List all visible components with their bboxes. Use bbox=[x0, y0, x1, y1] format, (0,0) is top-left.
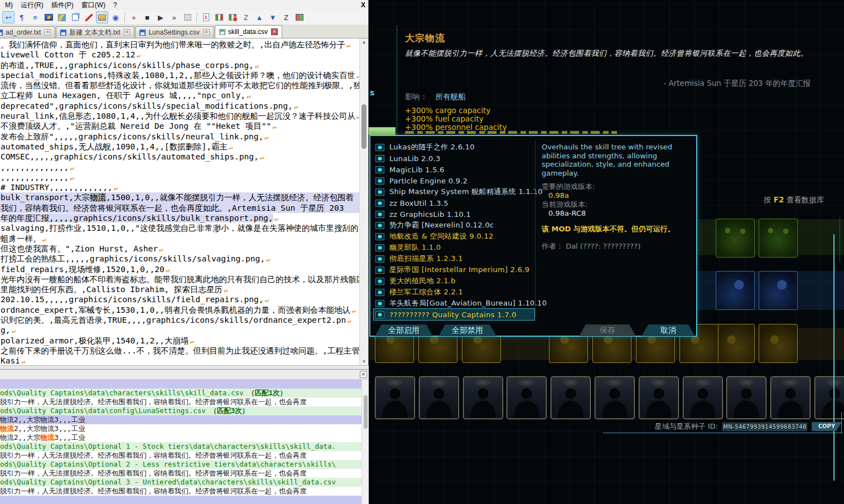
officer-portrait[interactable] bbox=[770, 376, 811, 419]
mod-checkbox-icon[interactable] bbox=[375, 200, 384, 207]
edit-marker-icon[interactable] bbox=[83, 11, 95, 23]
indent-guide-icon[interactable]: ≡ bbox=[29, 11, 41, 23]
scroll-up-icon[interactable]: ▲ bbox=[360, 40, 368, 45]
tab-skill_data.csv[interactable]: skill_data.csv× bbox=[215, 25, 282, 38]
nav-next-icon[interactable]: ▼ bbox=[267, 11, 279, 23]
officer-portrait[interactable] bbox=[507, 376, 547, 419]
find-result-match[interactable]: 脱引力一样，人无法摆脱经济。经济包围着我们，容纳着我们。经济曾将银河联系在一起，… bbox=[0, 451, 369, 460]
macro-play-icon[interactable]: ▶ bbox=[155, 11, 167, 23]
skill-icon-blue[interactable] bbox=[716, 271, 755, 310]
mod-list-item[interactable]: 更大的殖民地 2.1.b bbox=[374, 275, 534, 287]
mod-checkbox-icon[interactable] bbox=[375, 166, 384, 173]
menu-item-2[interactable]: 插件(P) bbox=[47, 0, 78, 11]
tab-close-icon[interactable]: × bbox=[271, 28, 278, 35]
mod-list-item[interactable]: LunaLib 2.0.3 bbox=[374, 153, 534, 164]
editor-vertical-scrollbar[interactable]: ▲ ▼ bbox=[359, 38, 368, 365]
compare-panels-icon[interactable] bbox=[293, 11, 306, 23]
results-scrollbar[interactable] bbox=[361, 380, 369, 504]
shortcut-mapper-icon[interactable] bbox=[42, 11, 55, 23]
skill-icon-green[interactable] bbox=[716, 219, 755, 258]
tab-LunaSettings.csv[interactable]: LunaSettings.csv× bbox=[135, 26, 214, 38]
mod-list-item[interactable]: zz BoxUtil 1.3.5 bbox=[374, 197, 534, 209]
scrollbar-thumb[interactable] bbox=[361, 104, 366, 149]
mod-list-item[interactable]: MagicLib 1.5.6 bbox=[374, 164, 534, 175]
tab-close-icon[interactable]: × bbox=[44, 29, 51, 36]
mod-checkbox-icon[interactable] bbox=[375, 255, 384, 263]
mod-checkbox-icon[interactable] bbox=[375, 144, 384, 151]
mod-list-item[interactable]: 楼兰军工综合体 2.2.1 bbox=[374, 287, 534, 298]
nav-first-icon[interactable]: Z bbox=[240, 11, 252, 23]
mod-checkbox-icon[interactable] bbox=[375, 222, 384, 229]
cancel-button[interactable]: 取消 bbox=[642, 324, 695, 336]
editor-text-area[interactable]: 。我们满怀信仰，直面他们，直到末日审判为他们带来唯一的救赎之时。,出自卢德左径恐… bbox=[0, 38, 368, 365]
find-result-match[interactable]: 物流2,,大宗物流3,,,工业 bbox=[0, 415, 369, 424]
mod-checkbox-icon[interactable] bbox=[375, 311, 384, 318]
clone-document-icon[interactable] bbox=[69, 11, 81, 23]
find-result-summary[interactable] bbox=[0, 380, 369, 389]
officer-portrait[interactable] bbox=[375, 376, 415, 419]
document-map-icon[interactable] bbox=[56, 11, 68, 23]
macro-run-multiple-icon[interactable]: » bbox=[168, 11, 180, 23]
find-result-match[interactable]: 物流2,,大宗物流3,,,工业 bbox=[0, 424, 369, 433]
find-result-match[interactable]: 脱引力一样，人无法摆脱经济。经济包围着我们，容纳着我们。经济曾将银河联系在一起，… bbox=[0, 487, 369, 496]
menu-item-4[interactable]: ? bbox=[109, 1, 121, 9]
mod-checkbox-icon[interactable] bbox=[375, 244, 384, 251]
officer-portrait[interactable] bbox=[595, 376, 635, 419]
show-all-characters-icon[interactable]: ¶ bbox=[16, 11, 28, 23]
skill-scrollbar[interactable] bbox=[833, 234, 835, 481]
mod-list-item[interactable]: 幽灵部队 1.1.0 bbox=[374, 242, 534, 253]
mod-list-item[interactable]: Lukas的随手之作 2.6.10 bbox=[374, 142, 534, 153]
mod-list-item[interactable]: 羊头航务局[Goat_Aviation_Bureau] 1.10.10 bbox=[374, 298, 534, 309]
skill-icon-yellow[interactable] bbox=[759, 324, 798, 363]
tab-ad_order.txt[interactable]: ad_order.txt× bbox=[0, 26, 55, 38]
copy-button[interactable]: copy bbox=[812, 422, 842, 431]
officer-portrait[interactable] bbox=[683, 376, 723, 419]
menu-item-0[interactable]: M) bbox=[1, 1, 17, 9]
nav-prev-icon[interactable]: ▲ bbox=[253, 11, 266, 23]
mod-checkbox-icon[interactable] bbox=[375, 155, 384, 162]
save-button[interactable]: 保存 bbox=[579, 324, 636, 336]
mod-list-item[interactable]: zz GraphicsLib 1.10.1 bbox=[374, 209, 534, 220]
scroll-down-icon[interactable]: ▼ bbox=[360, 359, 368, 364]
mod-checkbox-icon[interactable] bbox=[375, 233, 384, 240]
officer-portrait[interactable] bbox=[639, 376, 679, 419]
mod-list-item[interactable]: Particle Engine 0.9.2 bbox=[374, 175, 534, 186]
mod-list-item[interactable]: Ship Mastery System 舰船精通系统 1.1.10 bbox=[374, 186, 534, 197]
menu-item-3[interactable]: 窗口(W) bbox=[78, 0, 109, 11]
window-close-button[interactable]: X bbox=[358, 1, 368, 9]
officer-portrait[interactable] bbox=[814, 376, 844, 419]
officer-portrait[interactable] bbox=[726, 376, 766, 419]
mod-checkbox-icon[interactable] bbox=[375, 278, 384, 285]
tab--.txt[interactable]: 新建 文本文档.txt× bbox=[56, 26, 134, 38]
officer-portrait[interactable] bbox=[551, 376, 591, 419]
mod-checkbox-icon[interactable] bbox=[375, 300, 384, 307]
doc-switcher-icon[interactable] bbox=[200, 11, 212, 23]
disable-all-button[interactable]: 全部禁用 bbox=[438, 324, 496, 336]
document-peek-icon[interactable]: ◉ bbox=[109, 11, 122, 23]
officer-portrait[interactable] bbox=[419, 376, 459, 419]
mod-checkbox-icon[interactable] bbox=[375, 266, 384, 274]
find-result-summary[interactable] bbox=[0, 496, 369, 504]
find-result-file[interactable]: ods\Quality Captains\data\config\LunaSet… bbox=[0, 406, 369, 415]
nav-last-icon[interactable]: Z bbox=[280, 11, 292, 23]
macro-record-icon[interactable]: ● bbox=[128, 11, 140, 23]
mod-checkbox-icon[interactable] bbox=[375, 289, 384, 296]
compare-clear-icon[interactable] bbox=[226, 11, 239, 23]
tab-close-icon[interactable]: × bbox=[124, 29, 131, 36]
mod-checkbox-icon[interactable] bbox=[375, 188, 384, 196]
find-result-match[interactable]: 物流2,,大宗物流3,,,工业 bbox=[0, 433, 369, 442]
find-result-file[interactable]: ods\Quality Captains\Optional 2 - Less r… bbox=[0, 460, 369, 469]
mod-checkbox-icon[interactable] bbox=[375, 211, 384, 218]
find-result-file[interactable]: ods\Quality Captains\data\characters\ski… bbox=[0, 389, 369, 398]
find-result-file[interactable]: ods\Quality Captains\Optional 1 - Stock … bbox=[0, 442, 369, 451]
mod-list-item[interactable]: 彻底扫描星系 1.2.3.1 bbox=[374, 253, 534, 264]
mod-checkbox-icon[interactable] bbox=[375, 177, 384, 185]
macro-save-icon[interactable] bbox=[181, 11, 194, 23]
tab-close-icon[interactable]: × bbox=[203, 29, 210, 36]
menu-item-1[interactable]: 运行(R) bbox=[17, 0, 47, 11]
mod-list-item[interactable]: ?????????? Quality Captains 1.7.0 bbox=[374, 309, 534, 320]
mod-list-item[interactable]: 地貌改造 & 空间站建设 9.0.12 bbox=[374, 231, 534, 242]
enable-all-button[interactable]: 全部启用 bbox=[375, 324, 433, 336]
compare-icon[interactable] bbox=[213, 11, 225, 23]
mod-list-item[interactable]: 星际帝国 [Interstellar Imperium] 2.6.9 bbox=[374, 264, 534, 275]
